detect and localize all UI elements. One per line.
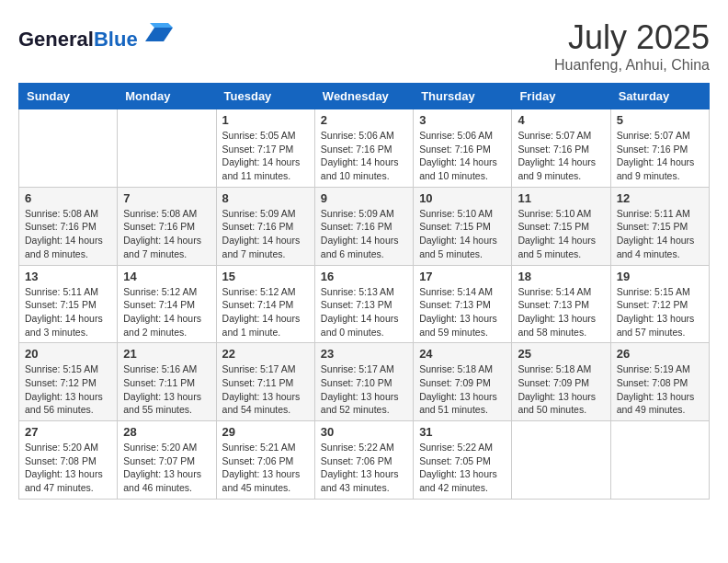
calendar-cell: 28Sunrise: 5:20 AM Sunset: 7:07 PM Dayli… xyxy=(118,421,216,500)
day-number: 16 xyxy=(321,270,407,283)
day-info: Sunrise: 5:17 AM Sunset: 7:11 PM Dayligh… xyxy=(222,362,309,417)
day-info: Sunrise: 5:21 AM Sunset: 7:06 PM Dayligh… xyxy=(222,441,309,495)
calendar-cell: 9Sunrise: 5:09 AM Sunset: 7:16 PM Daylig… xyxy=(314,187,413,265)
calendar-cell: 13Sunrise: 5:11 AM Sunset: 7:15 PM Dayli… xyxy=(19,265,118,343)
calendar-cell: 20Sunrise: 5:15 AM Sunset: 7:12 PM Dayli… xyxy=(19,343,118,421)
calendar-cell: 26Sunrise: 5:19 AM Sunset: 7:08 PM Dayli… xyxy=(610,343,709,421)
calendar-cell: 19Sunrise: 5:15 AM Sunset: 7:12 PM Dayli… xyxy=(610,265,709,343)
day-info: Sunrise: 5:07 AM Sunset: 7:16 PM Dayligh… xyxy=(518,129,604,183)
calendar-cell: 2Sunrise: 5:06 AM Sunset: 7:16 PM Daylig… xyxy=(314,109,413,188)
calendar-week-row: 20Sunrise: 5:15 AM Sunset: 7:12 PM Dayli… xyxy=(19,343,710,421)
day-number: 4 xyxy=(518,113,604,127)
day-number: 23 xyxy=(321,347,407,361)
day-info: Sunrise: 5:22 AM Sunset: 7:05 PM Dayligh… xyxy=(419,441,506,495)
day-number: 27 xyxy=(25,425,111,439)
calendar-cell xyxy=(118,109,216,188)
calendar-cell: 24Sunrise: 5:18 AM Sunset: 7:09 PM Dayli… xyxy=(414,343,512,421)
calendar-cell: 11Sunrise: 5:10 AM Sunset: 7:15 PM Dayli… xyxy=(512,187,610,265)
day-info: Sunrise: 5:10 AM Sunset: 7:15 PM Dayligh… xyxy=(518,207,604,261)
day-info: Sunrise: 5:15 AM Sunset: 7:12 PM Dayligh… xyxy=(25,362,111,417)
calendar-cell xyxy=(512,421,610,500)
day-info: Sunrise: 5:19 AM Sunset: 7:08 PM Dayligh… xyxy=(617,362,703,417)
day-number: 11 xyxy=(518,191,604,205)
day-info: Sunrise: 5:10 AM Sunset: 7:15 PM Dayligh… xyxy=(419,207,506,261)
calendar-cell: 30Sunrise: 5:22 AM Sunset: 7:06 PM Dayli… xyxy=(314,421,413,500)
day-number: 6 xyxy=(25,191,111,205)
calendar-cell: 23Sunrise: 5:17 AM Sunset: 7:10 PM Dayli… xyxy=(314,343,413,421)
day-info: Sunrise: 5:14 AM Sunset: 7:13 PM Dayligh… xyxy=(419,285,506,339)
calendar-cell: 4Sunrise: 5:07 AM Sunset: 7:16 PM Daylig… xyxy=(512,109,610,188)
day-number: 30 xyxy=(321,425,407,439)
day-info: Sunrise: 5:11 AM Sunset: 7:15 PM Dayligh… xyxy=(617,207,703,261)
day-number: 10 xyxy=(419,191,506,205)
weekday-header-row: SundayMondayTuesdayWednesdayThursdayFrid… xyxy=(19,84,710,109)
logo-general: General xyxy=(18,28,94,51)
day-number: 1 xyxy=(222,113,309,127)
day-number: 25 xyxy=(518,347,604,361)
calendar-week-row: 13Sunrise: 5:11 AM Sunset: 7:15 PM Dayli… xyxy=(19,265,710,343)
day-info: Sunrise: 5:17 AM Sunset: 7:10 PM Dayligh… xyxy=(321,362,407,417)
day-info: Sunrise: 5:16 AM Sunset: 7:11 PM Dayligh… xyxy=(123,362,210,417)
day-info: Sunrise: 5:11 AM Sunset: 7:15 PM Dayligh… xyxy=(25,285,111,339)
day-number: 21 xyxy=(123,347,210,361)
logo-blue: Blue xyxy=(94,28,138,51)
calendar-cell: 27Sunrise: 5:20 AM Sunset: 7:08 PM Dayli… xyxy=(19,421,118,500)
calendar-cell: 5Sunrise: 5:07 AM Sunset: 7:16 PM Daylig… xyxy=(610,109,709,188)
weekday-header: Saturday xyxy=(610,84,709,109)
calendar-cell: 6Sunrise: 5:08 AM Sunset: 7:16 PM Daylig… xyxy=(19,187,118,265)
day-info: Sunrise: 5:18 AM Sunset: 7:09 PM Dayligh… xyxy=(419,362,506,417)
calendar-cell: 8Sunrise: 5:09 AM Sunset: 7:16 PM Daylig… xyxy=(216,187,314,265)
day-number: 12 xyxy=(617,191,703,205)
day-info: Sunrise: 5:06 AM Sunset: 7:16 PM Dayligh… xyxy=(321,129,407,183)
day-number: 17 xyxy=(419,270,506,283)
calendar-week-row: 1Sunrise: 5:05 AM Sunset: 7:17 PM Daylig… xyxy=(19,109,710,188)
day-number: 5 xyxy=(617,113,703,127)
day-number: 9 xyxy=(321,191,407,205)
calendar-cell: 25Sunrise: 5:18 AM Sunset: 7:09 PM Dayli… xyxy=(512,343,610,421)
day-number: 3 xyxy=(419,113,506,127)
day-info: Sunrise: 5:15 AM Sunset: 7:12 PM Dayligh… xyxy=(617,285,703,339)
day-number: 26 xyxy=(617,347,703,361)
day-number: 29 xyxy=(222,425,309,439)
weekday-header: Monday xyxy=(118,84,216,109)
day-info: Sunrise: 5:12 AM Sunset: 7:14 PM Dayligh… xyxy=(222,285,309,339)
day-number: 14 xyxy=(123,270,210,283)
svg-marker-0 xyxy=(145,28,173,41)
title-block: July 2025 Huanfeng, Anhui, China xyxy=(554,18,710,74)
logo-icon xyxy=(145,18,173,46)
day-info: Sunrise: 5:08 AM Sunset: 7:16 PM Dayligh… xyxy=(123,207,210,261)
day-number: 15 xyxy=(222,270,309,283)
day-number: 2 xyxy=(321,113,407,127)
calendar-cell: 16Sunrise: 5:13 AM Sunset: 7:13 PM Dayli… xyxy=(314,265,413,343)
page-header: GeneralBlue July 2025 Huanfeng, Anhui, C… xyxy=(18,18,710,74)
day-info: Sunrise: 5:09 AM Sunset: 7:16 PM Dayligh… xyxy=(222,207,309,261)
day-number: 18 xyxy=(518,270,604,283)
day-info: Sunrise: 5:12 AM Sunset: 7:14 PM Dayligh… xyxy=(123,285,210,339)
day-number: 19 xyxy=(617,270,703,283)
day-number: 24 xyxy=(419,347,506,361)
calendar-cell: 22Sunrise: 5:17 AM Sunset: 7:11 PM Dayli… xyxy=(216,343,314,421)
weekday-header: Tuesday xyxy=(216,84,314,109)
calendar-cell: 15Sunrise: 5:12 AM Sunset: 7:14 PM Dayli… xyxy=(216,265,314,343)
calendar-table: SundayMondayTuesdayWednesdayThursdayFrid… xyxy=(18,83,710,500)
day-number: 8 xyxy=(222,191,309,205)
day-info: Sunrise: 5:08 AM Sunset: 7:16 PM Dayligh… xyxy=(25,207,111,261)
calendar-cell: 12Sunrise: 5:11 AM Sunset: 7:15 PM Dayli… xyxy=(610,187,709,265)
day-info: Sunrise: 5:14 AM Sunset: 7:13 PM Dayligh… xyxy=(518,285,604,339)
day-info: Sunrise: 5:13 AM Sunset: 7:13 PM Dayligh… xyxy=(321,285,407,339)
calendar-cell: 1Sunrise: 5:05 AM Sunset: 7:17 PM Daylig… xyxy=(216,109,314,188)
day-info: Sunrise: 5:09 AM Sunset: 7:16 PM Dayligh… xyxy=(321,207,407,261)
svg-marker-1 xyxy=(150,23,173,28)
calendar-cell: 18Sunrise: 5:14 AM Sunset: 7:13 PM Dayli… xyxy=(512,265,610,343)
logo: GeneralBlue xyxy=(18,18,173,52)
calendar-cell: 17Sunrise: 5:14 AM Sunset: 7:13 PM Dayli… xyxy=(414,265,512,343)
day-info: Sunrise: 5:20 AM Sunset: 7:07 PM Dayligh… xyxy=(123,441,210,495)
calendar-cell: 21Sunrise: 5:16 AM Sunset: 7:11 PM Dayli… xyxy=(118,343,216,421)
weekday-header: Wednesday xyxy=(314,84,413,109)
calendar-cell xyxy=(610,421,709,500)
calendar-cell: 7Sunrise: 5:08 AM Sunset: 7:16 PM Daylig… xyxy=(118,187,216,265)
calendar-week-row: 27Sunrise: 5:20 AM Sunset: 7:08 PM Dayli… xyxy=(19,421,710,500)
day-number: 13 xyxy=(25,270,111,283)
day-info: Sunrise: 5:05 AM Sunset: 7:17 PM Dayligh… xyxy=(222,129,309,183)
weekday-header: Sunday xyxy=(19,84,118,109)
